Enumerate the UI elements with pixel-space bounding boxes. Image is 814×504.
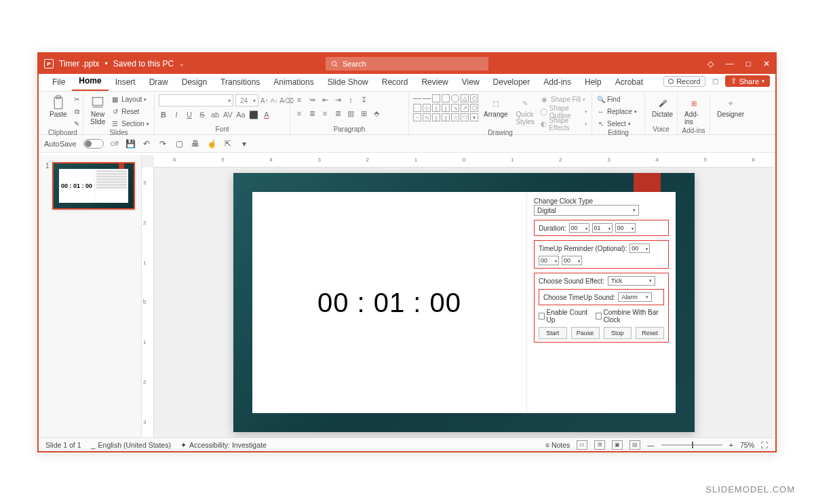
line-spacing-button[interactable]: ↕ (346, 96, 355, 104)
stop-button[interactable]: Stop (604, 327, 632, 339)
chevron-down-icon[interactable]: ⌄ (179, 60, 185, 67)
tab-file[interactable]: File (45, 75, 72, 91)
slideshow-view-button[interactable]: ▤ (629, 440, 640, 450)
start-button[interactable]: Start (539, 327, 567, 339)
slide-counter[interactable]: Slide 1 of 1 (45, 441, 81, 449)
zoom-out-button[interactable]: — (647, 441, 655, 449)
clock-type-select[interactable]: Digital▾ (534, 205, 639, 216)
shape-effects-button[interactable]: ◐Shape Effects▾ (540, 119, 587, 129)
designer-button[interactable]: ✧Designer (714, 94, 747, 119)
font-family-select[interactable]: ▾ (159, 94, 233, 106)
bullets-button[interactable]: ≡ (294, 96, 304, 104)
accessibility-status[interactable]: ✦Accessibility: Investigate (180, 441, 267, 449)
qat-print-icon[interactable]: 🖶 (191, 139, 201, 149)
sorter-view-button[interactable]: ⊞ (594, 440, 605, 450)
qat-more-icon[interactable]: ▾ (239, 139, 250, 149)
record-button[interactable]: Record (663, 76, 705, 87)
timeup-ss[interactable]: 00▾ (562, 256, 582, 265)
strike-button[interactable]: S (197, 111, 207, 119)
tab-transitions[interactable]: Transitions (214, 75, 267, 91)
find-button[interactable]: 🔍Find (596, 94, 637, 104)
collapse-thumbnails-icon[interactable]: › (142, 296, 144, 303)
shadow-button[interactable]: ab (210, 111, 220, 119)
shape-outline-button[interactable]: ◯Shape Outline▾ (540, 106, 587, 117)
autosave-toggle[interactable] (83, 139, 104, 149)
close-button[interactable]: ✕ (763, 59, 770, 69)
minimize-button[interactable]: — (726, 59, 734, 69)
tab-insert[interactable]: Insert (109, 75, 142, 91)
paste-button[interactable]: Paste (47, 94, 70, 119)
slide-canvas[interactable]: 00 : 01 : 00 Change Clock Type Digital▾ … (233, 173, 695, 432)
pause-button[interactable]: Pause (571, 327, 600, 339)
font-color-button[interactable]: A (262, 111, 271, 119)
bold-button[interactable]: B (159, 111, 168, 119)
indent-inc-button[interactable]: ⇥ (333, 96, 343, 104)
copy-button[interactable]: ⧉ (73, 106, 81, 117)
align-text-button[interactable]: ⊞ (359, 109, 368, 118)
zoom-percent[interactable]: 75% (740, 441, 754, 449)
notes-button[interactable]: ≡Notes (545, 441, 570, 449)
tab-home[interactable]: Home (72, 73, 108, 91)
tab-help[interactable]: Help (578, 75, 608, 91)
duration-mm[interactable]: 01▾ (592, 223, 613, 233)
cut-button[interactable]: ✂ (73, 94, 81, 104)
replace-button[interactable]: ↔Replace▾ (596, 106, 637, 117)
align-left-button[interactable]: ≡ (294, 109, 304, 117)
decrease-font-icon[interactable]: A↓ (271, 97, 278, 104)
tab-developer[interactable]: Developer (486, 75, 537, 91)
change-case-button[interactable]: Aa (236, 111, 246, 119)
format-painter-button[interactable]: ✎ (73, 119, 81, 129)
tab-acrobat[interactable]: Acrobat (608, 75, 650, 91)
qat-touch-icon[interactable]: ☝ (207, 139, 217, 149)
spacing-button[interactable]: AV (223, 111, 233, 119)
qat-export-icon[interactable]: ⇱ (223, 139, 233, 149)
layout-button[interactable]: ▦Layout▾ (111, 94, 149, 104)
justify-button[interactable]: ≣ (333, 109, 343, 118)
arrange-button[interactable]: ⬚Arrange (481, 94, 511, 119)
align-center-button[interactable]: ≣ (307, 109, 317, 118)
present-dropdown[interactable]: ▢ (710, 76, 721, 86)
maximize-button[interactable]: □ (746, 59, 751, 69)
font-size-select[interactable]: 24▾ (235, 94, 258, 106)
align-right-button[interactable]: ≡ (320, 109, 330, 117)
tab-design[interactable]: Design (175, 75, 214, 91)
dictate-button[interactable]: 🎤Dictate (649, 94, 676, 119)
addins-button[interactable]: ⊞Add-ins (682, 94, 705, 127)
normal-view-button[interactable]: ▭ (577, 440, 587, 450)
slide-thumbnail-1[interactable]: 00 : 01 : 00 (52, 162, 135, 210)
reading-view-button[interactable]: ▣ (612, 440, 623, 450)
tab-slideshow[interactable]: Slide Show (321, 75, 375, 91)
increase-font-icon[interactable]: A↑ (260, 97, 269, 104)
canvas-area[interactable]: 00 : 01 : 00 Change Clock Type Digital▾ … (154, 168, 774, 438)
tab-draw[interactable]: Draw (142, 75, 175, 91)
italic-button[interactable]: I (172, 111, 181, 119)
highlight-button[interactable]: ⬛ (249, 111, 258, 119)
section-button[interactable]: ☰Section▾ (111, 119, 149, 129)
tab-animations[interactable]: Animations (267, 75, 320, 91)
smartart-button[interactable]: ⬘ (372, 109, 381, 118)
sound-effect-select[interactable]: Tick▾ (608, 276, 655, 286)
indent-dec-button[interactable]: ⇤ (320, 96, 330, 104)
undo-icon[interactable]: ↶ (142, 139, 152, 149)
search-box[interactable]: Search (326, 57, 488, 71)
timeup-mm[interactable]: 00▾ (539, 256, 559, 265)
zoom-in-button[interactable]: + (729, 441, 733, 449)
language-status[interactable]: ⎯English (United States) (91, 441, 171, 449)
tab-addins[interactable]: Add-ins (537, 75, 578, 91)
qat-slideshow-icon[interactable]: ▢ (174, 139, 185, 149)
ribbon-options-icon[interactable]: ◇ (708, 59, 714, 69)
zoom-slider[interactable] (661, 444, 722, 446)
reset-button[interactable]: Reset (636, 327, 664, 339)
tab-record[interactable]: Record (375, 75, 415, 91)
tab-review[interactable]: Review (414, 75, 454, 91)
share-button[interactable]: ⇪Share▾ (725, 75, 770, 87)
duration-ss[interactable]: 00▾ (615, 223, 636, 233)
quick-styles-button[interactable]: ✎Quick Styles (513, 94, 537, 127)
shape-fill-button[interactable]: ◉Shape Fill▾ (540, 94, 587, 104)
numbering-button[interactable]: ≔ (307, 96, 317, 104)
reset-button[interactable]: ↺Reset (111, 106, 149, 117)
text-direction-button[interactable]: ↧ (359, 96, 368, 104)
timeup-sound-select[interactable]: Alarm▾ (618, 292, 652, 302)
shapes-gallery[interactable]: △⬠ ◇{}↘↗⬡ ~∿{}☆⬭▾ (413, 94, 478, 121)
new-slide-button[interactable]: New Slide (88, 94, 108, 127)
